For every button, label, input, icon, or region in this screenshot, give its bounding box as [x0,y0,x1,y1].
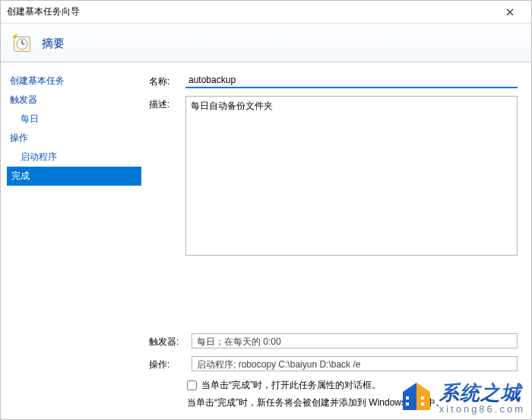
close-icon [506,8,514,16]
page-title: 摘要 [42,37,65,51]
sidebar-item-2[interactable]: 每日 [7,110,141,129]
trigger-row: 触发器: 每日；在每天的 0:00 [149,333,518,348]
action-value: 启动程序; robocopy C:\baiyun D:\back /e [192,356,518,371]
open-properties-label: 当单击“完成”时，打开此任务属性的对话框。 [201,379,381,392]
open-properties-checkbox[interactable] [187,380,197,390]
name-row: 名称: [149,73,518,88]
description-row: 描述: [149,96,518,256]
window-title: 创建基本任务向导 [7,5,80,18]
sidebar-item-1[interactable]: 触发器 [7,91,141,110]
wizard-header: 摘要 [1,24,531,62]
summary-bottom: 触发器: 每日；在每天的 0:00 操作: 启动程序; robocopy C:\… [149,333,518,409]
wizard-sidebar: 创建基本任务触发器每日操作启动程序完成 [1,62,141,415]
trigger-label: 触发器: [149,333,182,348]
open-properties-row: 当单击“完成”时，打开此任务属性的对话框。 [187,379,518,392]
description-textarea[interactable] [185,96,518,256]
name-label: 名称: [149,73,176,88]
action-row: 操作: 启动程序; robocopy C:\baiyun D:\back /e [149,356,518,371]
wizard-window: 创建基本任务向导 摘要 创建基本任务触发器每日操作启动程序完成 名称: [0,0,532,420]
action-label: 操作: [149,356,182,371]
description-label: 描述: [149,96,176,111]
sidebar-item-3[interactable]: 操作 [7,129,141,148]
titlebar: 创建基本任务向导 [1,1,531,24]
finish-hint: 当单击“完成”时，新任务将会被创建并添加到 Windows 计划中。 [187,396,518,409]
content-pane: 名称: 描述: 触发器: 每日；在每天的 0:00 操作: 启动程序; robo… [141,62,531,415]
sidebar-item-0[interactable]: 创建基本任务 [7,72,141,91]
body: 创建基本任务触发器每日操作启动程序完成 名称: 描述: 触发器: 每日；在每天的… [1,62,531,415]
close-button[interactable] [495,2,525,23]
schedule-icon [11,33,33,54]
trigger-value: 每日；在每天的 0:00 [192,333,518,348]
sidebar-item-5[interactable]: 完成 [7,167,141,186]
name-input[interactable] [185,73,518,88]
sidebar-item-4[interactable]: 启动程序 [7,148,141,167]
